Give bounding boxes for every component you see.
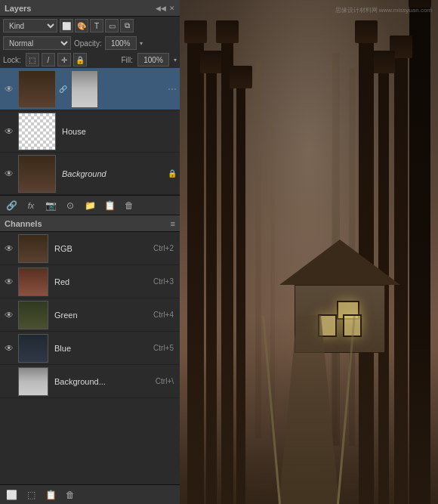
channel-save-btn[interactable]: ⬚	[24, 488, 38, 502]
layers-close-btn[interactable]: ✕	[169, 5, 175, 12]
channel-name: Blue	[51, 344, 150, 353]
layers-collapse-arrow[interactable]: ◀◀	[156, 5, 166, 12]
lock-move-icon[interactable]: ✛	[57, 53, 71, 66]
channel-eye-icon[interactable]: 👁	[3, 309, 15, 321]
layer-delete-btn[interactable]: 🗑	[122, 199, 136, 212]
channel-row[interactable]: 👁 Green Ctrl+4	[0, 298, 180, 332]
layer-name: House	[59, 127, 177, 136]
layers-panel: Layers ◀◀ ✕ Kind ⬜ 🎨 T ▭ ⧉ Normal	[0, 0, 180, 215]
channel-name: Green	[51, 311, 150, 320]
channels-panel-header: Channels ≡	[0, 215, 180, 232]
channel-row[interactable]: 👁 Red Ctrl+3	[0, 265, 180, 298]
layer-adjustment-btn[interactable]: ⊙	[63, 199, 77, 212]
channels-toolbar: ⬜ ⬚ 📋 🗑	[0, 484, 180, 504]
opacity-value[interactable]: 100%	[105, 36, 137, 50]
channel-shortcut: Ctrl+\	[156, 377, 174, 385]
kind-icon-adjust[interactable]: 🎨	[75, 19, 88, 32]
lock-icons: ⬚ / ✛ 🔒	[26, 53, 87, 66]
kind-select[interactable]: Kind	[3, 19, 57, 32]
kind-icon-smart[interactable]: ⧉	[120, 19, 134, 32]
channel-row[interactable]: 👁 Blue Ctrl+5	[0, 332, 180, 365]
kind-icon-pixel[interactable]: ⬜	[60, 19, 73, 32]
channel-thumbnail	[18, 301, 48, 329]
layer-new-btn[interactable]: 📋	[103, 199, 116, 212]
channels-list: 👁 RGB Ctrl+2 👁 Red Ctrl+3 👁	[0, 232, 180, 398]
canvas-area: 思缘设计材料网 www.missyuan.com	[180, 0, 438, 504]
channel-row[interactable]: 👁 Background... Ctrl+\	[0, 365, 180, 398]
layer-group-btn[interactable]: 📁	[83, 199, 97, 212]
layers-panel-header: Layers ◀◀ ✕	[0, 0, 180, 17]
channels-menu-icon[interactable]: ≡	[171, 219, 175, 228]
channel-row[interactable]: 👁 RGB Ctrl+2	[0, 232, 180, 265]
layer-name: Background	[59, 169, 163, 178]
channel-thumbnail	[18, 334, 48, 363]
channel-shortcut: Ctrl+4	[153, 311, 174, 319]
channels-panel-title: Channels	[5, 219, 42, 228]
lock-label: Lock:	[3, 56, 21, 64]
layer-link-btn[interactable]: 🔗	[5, 199, 18, 212]
channel-thumbnail	[18, 234, 48, 263]
layer-thumbnail	[18, 113, 56, 150]
layer-eye-icon[interactable]: 👁	[3, 125, 15, 138]
channel-shortcut: Ctrl+3	[153, 277, 174, 286]
left-panel: Layers ◀◀ ✕ Kind ⬜ 🎨 T ▭ ⧉ Normal	[0, 0, 180, 504]
canvas-image[interactable]	[180, 0, 438, 504]
channel-eye-icon[interactable]: 👁	[3, 243, 15, 255]
layers-toolbar: 🔗 fx 📷 ⊙ 📁 📋 🗑	[0, 195, 180, 215]
fill-label: Fill:	[121, 56, 133, 64]
layer-thumbnail	[18, 155, 56, 193]
channel-new-btn[interactable]: 📋	[44, 488, 57, 502]
layer-mask-btn[interactable]: 📷	[44, 199, 57, 212]
opacity-arrow[interactable]: ▾	[140, 40, 143, 47]
layer-eye-icon[interactable]: 👁	[3, 168, 15, 180]
kind-icon-shape[interactable]: ▭	[105, 19, 119, 32]
layer-thumbnail	[18, 70, 56, 108]
fill-value[interactable]: 100%	[137, 53, 169, 66]
lock-pixel-icon[interactable]: ⬚	[26, 53, 39, 66]
channel-name: Red	[51, 277, 150, 286]
layer-row[interactable]: 👁 House	[0, 110, 180, 153]
channel-name: RGB	[51, 244, 150, 253]
kind-icon-text[interactable]: T	[90, 19, 103, 32]
channel-shortcut: Ctrl+5	[153, 344, 174, 352]
fill-arrow[interactable]: ▾	[174, 57, 177, 63]
layer-link-icon: 🔗	[59, 85, 66, 93]
layers-list: 👁 🔗 ⋯ 👁 House 👁	[0, 68, 180, 195]
channel-eye-icon[interactable]: 👁	[3, 276, 15, 288]
channel-selection-btn[interactable]: ⬜	[5, 488, 18, 502]
channel-eye-icon[interactable]: 👁	[3, 342, 15, 354]
house-roof	[279, 240, 400, 285]
opacity-label: Opacity:	[74, 39, 102, 48]
layers-panel-title: Layers	[5, 4, 31, 13]
channels-panel: Channels ≡ 👁 RGB Ctrl+2 👁 Red Ctr	[0, 215, 180, 504]
layers-panel-header-icons: ◀◀ ✕	[156, 5, 175, 12]
kind-row: Kind ⬜ 🎨 T ▭ ⧉	[0, 17, 180, 35]
kind-icons: ⬜ 🎨 T ▭ ⧉	[60, 19, 134, 32]
channel-shortcut: Ctrl+2	[153, 244, 174, 252]
layer-eye-icon[interactable]: 👁	[3, 83, 15, 95]
watermark: 思缘设计材料网 www.missyuan.com	[335, 6, 432, 14]
channel-name: Background...	[51, 377, 153, 386]
layer-row[interactable]: 👁 🔗 ⋯	[0, 68, 180, 110]
layer-lock-icon: 🔒	[168, 169, 177, 178]
scene	[180, 0, 438, 504]
channel-thumbnail	[18, 267, 48, 296]
lock-paint-icon[interactable]: /	[42, 53, 55, 66]
blend-row: Normal Opacity: 100% ▾	[0, 35, 180, 51]
blend-mode-select[interactable]: Normal	[3, 36, 71, 50]
layer-more-icon[interactable]: ⋯	[168, 84, 177, 94]
layer-fx-btn[interactable]: fx	[24, 199, 38, 212]
layer-mask-thumbnail	[71, 70, 98, 108]
lock-row: Lock: ⬚ / ✛ 🔒 Fill: 100% ▾	[0, 51, 180, 68]
channel-delete-btn[interactable]: 🗑	[63, 488, 77, 502]
layer-row[interactable]: 👁 Background 🔒	[0, 153, 180, 195]
channel-thumbnail	[18, 367, 48, 396]
lock-all-icon[interactable]: 🔒	[73, 53, 87, 66]
